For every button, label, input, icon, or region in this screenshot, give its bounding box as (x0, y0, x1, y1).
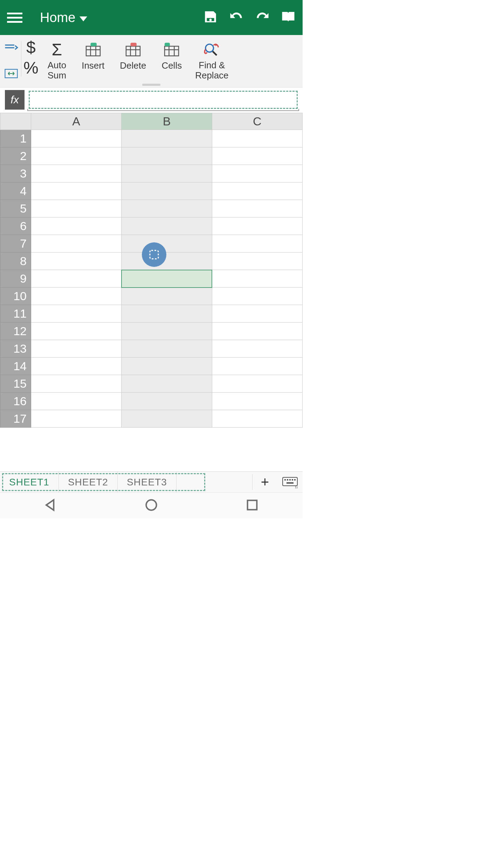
redo-icon[interactable] (255, 9, 270, 26)
column-header[interactable]: A (31, 113, 122, 130)
cell[interactable] (212, 270, 302, 288)
formula-input[interactable] (29, 91, 298, 109)
home-icon[interactable] (144, 498, 158, 513)
row-header[interactable]: 6 (0, 217, 31, 235)
percent-format-button[interactable]: % (23, 60, 39, 76)
column-width-icon[interactable] (4, 67, 19, 82)
cell[interactable] (122, 323, 212, 340)
cell[interactable] (31, 375, 122, 393)
cell[interactable] (31, 393, 122, 410)
cell[interactable] (122, 200, 212, 217)
row-header[interactable]: 7 (0, 235, 31, 253)
cell[interactable] (122, 393, 212, 410)
row-header[interactable]: 3 (0, 165, 31, 182)
cell[interactable] (122, 217, 212, 235)
cell[interactable] (212, 375, 302, 393)
select-all-corner[interactable] (0, 113, 31, 130)
cell[interactable] (212, 253, 302, 270)
row-header[interactable]: 17 (0, 410, 31, 428)
cell[interactable] (31, 340, 122, 358)
active-cell[interactable] (122, 270, 212, 288)
cell[interactable] (122, 305, 212, 323)
add-sheet-button[interactable]: + (252, 474, 277, 490)
cell[interactable] (122, 340, 212, 358)
cell[interactable] (212, 358, 302, 375)
row-header[interactable]: 14 (0, 358, 31, 375)
cell[interactable] (31, 130, 122, 147)
insert-button[interactable]: Insert (77, 39, 109, 72)
row-header[interactable]: 9 (0, 270, 31, 288)
row-header[interactable]: 5 (0, 200, 31, 217)
delete-button[interactable]: Delete (116, 39, 150, 72)
row-header[interactable]: 15 (0, 375, 31, 393)
menu-icon[interactable] (7, 10, 22, 25)
cell[interactable] (122, 288, 212, 305)
cell[interactable] (212, 288, 302, 305)
cell[interactable] (122, 375, 212, 393)
save-icon[interactable] (203, 9, 218, 26)
cell[interactable] (122, 235, 212, 253)
autosum-button[interactable]: Σ AutoSum (43, 39, 71, 82)
cell[interactable] (122, 130, 212, 147)
row-header[interactable]: 10 (0, 288, 31, 305)
column-header[interactable]: C (212, 113, 302, 130)
cell[interactable] (31, 358, 122, 375)
cell[interactable] (212, 200, 302, 217)
cell[interactable] (212, 340, 302, 358)
currency-format-button[interactable]: $ (26, 39, 36, 56)
row-header[interactable]: 2 (0, 147, 31, 165)
undo-icon[interactable] (229, 9, 244, 26)
cell[interactable] (212, 217, 302, 235)
cell[interactable] (31, 165, 122, 182)
row-header[interactable]: 16 (0, 393, 31, 410)
recent-apps-icon[interactable] (245, 498, 259, 513)
cell[interactable] (31, 217, 122, 235)
cell[interactable] (31, 323, 122, 340)
sheet-tab[interactable]: SHEET1 (0, 472, 59, 492)
row-header[interactable]: 11 (0, 305, 31, 323)
sheet-tab[interactable]: SHEET3 (118, 472, 177, 492)
cell[interactable] (212, 165, 302, 182)
cell[interactable] (122, 358, 212, 375)
cell[interactable] (122, 165, 212, 182)
spreadsheet-grid[interactable]: A B C 1 2 3 4 5 6 7 8 9 10 11 12 13 14 1… (0, 113, 303, 471)
back-icon[interactable] (43, 498, 57, 513)
cell[interactable] (212, 323, 302, 340)
cell[interactable] (122, 182, 212, 200)
cell[interactable] (31, 288, 122, 305)
cell[interactable] (31, 235, 122, 253)
find-replace-button[interactable]: Find &Replace (191, 39, 233, 82)
row-header[interactable]: 1 (0, 130, 31, 147)
cell[interactable] (212, 147, 302, 165)
cell[interactable] (212, 130, 302, 147)
cell[interactable] (31, 270, 122, 288)
row-header[interactable]: 8 (0, 253, 31, 270)
row-format-icon[interactable] (4, 41, 19, 57)
row-header[interactable]: 12 (0, 323, 31, 340)
cell[interactable] (31, 200, 122, 217)
cell[interactable] (212, 393, 302, 410)
cell[interactable] (212, 235, 302, 253)
cell[interactable] (122, 410, 212, 428)
cell[interactable] (212, 305, 302, 323)
sheet-tab[interactable]: SHEET2 (59, 472, 118, 492)
ribbon-tab-selector[interactable]: Home (40, 10, 87, 25)
cell[interactable] (212, 410, 302, 428)
cell[interactable] (212, 182, 302, 200)
keyboard-icon[interactable]: 123 (277, 476, 303, 488)
cell[interactable] (31, 410, 122, 428)
cells-button[interactable]: Cells (157, 39, 186, 72)
cell[interactable] (31, 305, 122, 323)
fx-button[interactable]: fx (5, 90, 25, 110)
cell[interactable] (122, 147, 212, 165)
row-header[interactable]: 13 (0, 340, 31, 358)
cell[interactable] (122, 253, 212, 270)
column-header[interactable]: B (122, 113, 212, 130)
cell[interactable] (31, 182, 122, 200)
cell[interactable] (31, 147, 122, 165)
selection-handle-icon[interactable] (142, 242, 166, 267)
cell[interactable] (31, 253, 122, 270)
book-icon[interactable] (281, 9, 296, 26)
row-header[interactable]: 4 (0, 182, 31, 200)
toolbar-drag-handle[interactable] (142, 84, 160, 86)
